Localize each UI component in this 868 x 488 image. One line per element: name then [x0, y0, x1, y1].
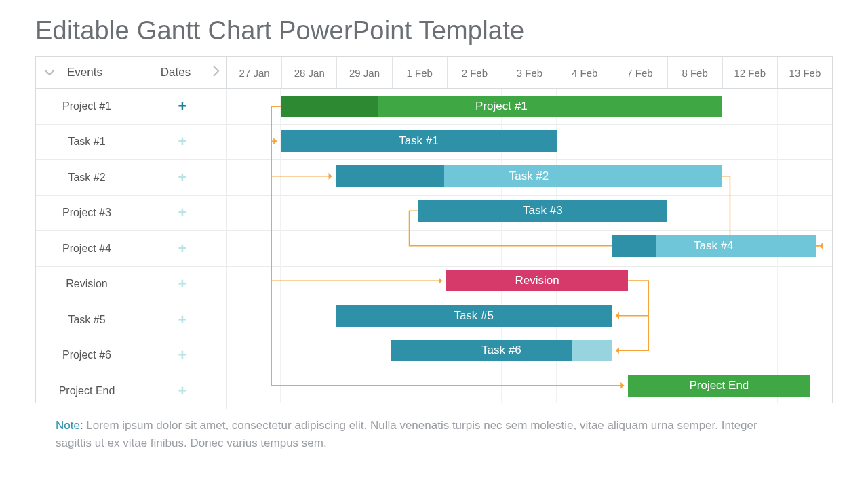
expand-icon[interactable]: +: [178, 170, 187, 185]
bar-label: Task #2: [509, 169, 549, 183]
expand-icon[interactable]: +: [178, 277, 187, 291]
row-dates: +: [138, 231, 227, 266]
timeline-col: 28 Jan: [282, 57, 337, 88]
bar-label: Revision: [515, 274, 559, 287]
row-dates: +: [138, 89, 227, 124]
note-text: Note: Lorem ipsum dolor sit amet, consec…: [56, 417, 768, 453]
header-dates[interactable]: Dates: [138, 57, 227, 88]
gantt-bar[interactable]: Revision: [446, 270, 628, 291]
row-dates: +: [138, 125, 227, 160]
note-label: Note:: [56, 419, 83, 432]
row-dates: +: [138, 373, 227, 409]
row-dates: +: [138, 267, 227, 302]
expand-icon[interactable]: +: [178, 348, 187, 363]
bar-label: Project End: [689, 379, 749, 392]
expand-icon[interactable]: +: [178, 99, 187, 114]
timeline-col: 12 Feb: [723, 57, 778, 88]
timeline-header: 27 Jan28 Jan29 Jan1 Feb2 Feb3 Feb4 Feb7 …: [227, 57, 832, 88]
bar-label: Task #6: [481, 344, 521, 357]
page-title: Editable Gantt Chart PowerPoint Template: [35, 16, 833, 45]
gantt-bar[interactable]: Task #2: [336, 165, 722, 187]
expand-icon[interactable]: +: [178, 241, 187, 256]
gantt-bar[interactable]: Task #6: [391, 340, 612, 361]
row-dates: +: [138, 338, 227, 373]
gantt-bar[interactable]: Task #1: [281, 130, 556, 152]
timeline-col: 1 Feb: [393, 57, 448, 88]
expand-icon[interactable]: +: [178, 384, 187, 399]
chevron-down-icon: [44, 66, 55, 79]
row-dates: +: [138, 160, 227, 195]
row-label: Revision: [36, 267, 138, 302]
gantt-bar[interactable]: Project #1: [281, 96, 722, 117]
timeline-col: 7 Feb: [612, 57, 667, 88]
expand-icon[interactable]: +: [178, 205, 187, 220]
bar-label: Task #1: [399, 134, 439, 148]
header-events-label: Events: [67, 66, 102, 79]
note-body: Lorem ipsum dolor sit amet, consectetur …: [56, 419, 757, 449]
row-label: Task #2: [36, 160, 138, 195]
bar-label: Project #1: [475, 100, 528, 113]
timeline-col: 27 Jan: [227, 57, 282, 88]
expand-icon[interactable]: +: [178, 134, 187, 149]
row-dates: +: [138, 302, 227, 338]
chevron-right-icon: [213, 66, 220, 80]
timeline-col: 3 Feb: [502, 57, 557, 88]
bar-label: Task #5: [454, 309, 494, 323]
row-label: Project #3: [36, 196, 138, 231]
row-label: Project #6: [36, 338, 138, 373]
gantt-bar[interactable]: Task #3: [418, 200, 667, 222]
timeline-col: 29 Jan: [337, 57, 392, 88]
row-label: Project End: [36, 373, 138, 409]
bar-label: Task #3: [523, 204, 563, 218]
row-dates: +: [138, 196, 227, 231]
gantt-bar[interactable]: Task #4: [612, 235, 816, 257]
bar-label: Task #4: [694, 239, 734, 253]
gantt-bars: Project #1Task #1Task #2Task #3Task #4Re…: [226, 89, 832, 403]
gantt-chart: Events Dates 27 Jan28 Jan29 Jan1 Feb2 Fe…: [35, 56, 833, 403]
row-label: Project #4: [36, 231, 138, 266]
expand-icon[interactable]: +: [178, 312, 187, 327]
timeline-col: 13 Feb: [778, 57, 832, 88]
gantt-bar[interactable]: Project End: [628, 375, 810, 396]
row-label: Project #1: [36, 89, 138, 124]
row-label: Task #5: [36, 302, 138, 338]
row-label: Task #1: [36, 125, 138, 160]
header-events[interactable]: Events: [36, 57, 138, 88]
timeline-col: 2 Feb: [448, 57, 502, 88]
gantt-header: Events Dates 27 Jan28 Jan29 Jan1 Feb2 Fe…: [36, 57, 832, 89]
gantt-bar[interactable]: Task #5: [336, 305, 612, 327]
timeline-col: 8 Feb: [668, 57, 723, 88]
timeline-col: 4 Feb: [557, 57, 612, 88]
header-dates-label: Dates: [138, 66, 213, 79]
